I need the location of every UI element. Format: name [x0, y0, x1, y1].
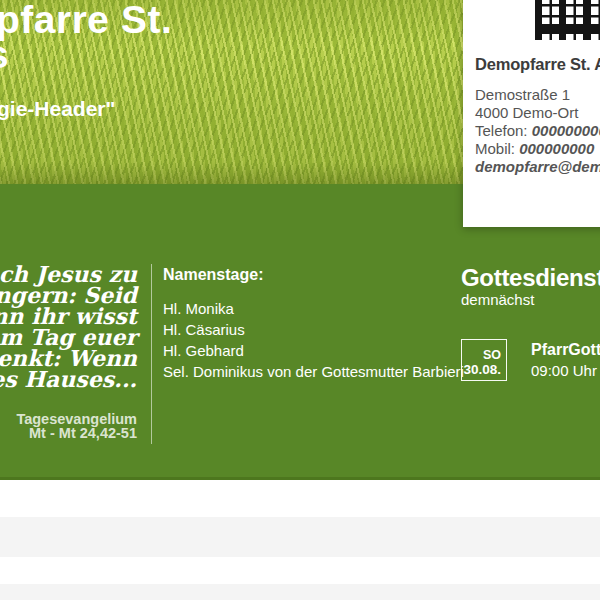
- quote-line: err des Hauses...: [0, 369, 137, 390]
- page: { "header": { "title_line1": "pfarre St.…: [0, 0, 600, 600]
- mobile-line: Mobil: 000000000: [475, 140, 600, 158]
- phone-value: 000000000: [532, 122, 600, 139]
- contact-details: Demostraße 1 4000 Demo-Ort Telefon: 0000…: [475, 86, 600, 176]
- services-heading: Gottesdienste: [461, 265, 600, 290]
- address-street: Demostraße 1: [475, 86, 600, 104]
- nameday-item: Sel. Dominikus von der Gottesmutter Barb…: [163, 361, 464, 382]
- site-title-line2: s: [0, 37, 172, 72]
- nameday-item: Hl. Gebhard: [163, 340, 464, 361]
- email-link[interactable]: demopfarre@demopfa: [475, 158, 600, 176]
- site-subtitle: gie-Header": [0, 97, 116, 121]
- services-block: Gottesdienste demnächst SO 30.08. PfarrG…: [461, 265, 600, 381]
- vertical-divider: [151, 264, 152, 444]
- phone-line: Telefon: 000000000: [475, 122, 600, 140]
- address-city: 4000 Demo-Ort: [475, 104, 600, 122]
- contact-card: Demopfarre St. Ag Demostraße 1 4000 Demo…: [463, 0, 600, 227]
- event-title: PfarrGotte: [531, 341, 600, 359]
- site-title: pfarre St. s: [0, 2, 172, 72]
- nameday-item: Hl. Monika: [163, 298, 464, 319]
- content-stripe: [0, 517, 600, 557]
- mobile-label: Mobil:: [475, 140, 515, 157]
- mobile-value: 000000000: [519, 140, 594, 157]
- content-stripe: [0, 584, 600, 600]
- gospel-source-label: Tagesevangelium: [16, 412, 137, 426]
- event-date: 30.08.: [463, 362, 501, 377]
- info-section: sprach Jesus zu n Jüngern: Seid ! Denn i…: [0, 184, 600, 480]
- site-title-line1: pfarre St.: [0, 2, 172, 37]
- gospel-source-reference: Mt - Mt 24,42-51: [16, 426, 137, 440]
- parish-name: Demopfarre St. Ag: [475, 55, 600, 74]
- gospel-source: Tagesevangelium Mt - Mt 24,42-51: [16, 412, 137, 440]
- event-info: PfarrGotte 09:00 Uhr: [531, 339, 600, 381]
- nameday-item: Hl. Cäsarius: [163, 319, 464, 340]
- event-day: SO: [483, 349, 501, 362]
- event-item[interactable]: SO 30.08. PfarrGotte 09:00 Uhr: [461, 339, 600, 381]
- phone-label: Telefon:: [475, 122, 528, 139]
- services-subheading: demnächst: [461, 291, 600, 308]
- event-date-box: SO 30.08.: [461, 339, 507, 381]
- building-windows-icon: [535, 0, 600, 40]
- namedays-block: Namenstage: Hl. Monika Hl. Cäsarius Hl. …: [163, 266, 464, 382]
- namedays-heading: Namenstage:: [163, 266, 464, 284]
- event-time: 09:00 Uhr: [531, 362, 600, 379]
- gospel-quote: sprach Jesus zu n Jüngern: Seid ! Denn i…: [0, 264, 137, 390]
